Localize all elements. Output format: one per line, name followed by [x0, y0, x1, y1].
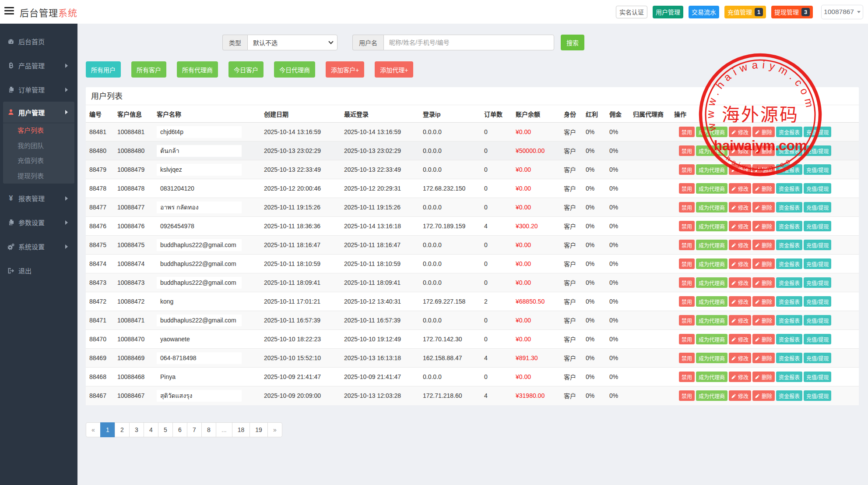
delete-button[interactable]: 删除	[752, 145, 775, 156]
edit-button[interactable]: 修改	[729, 164, 751, 175]
fund-report-button[interactable]: 资金报表	[776, 334, 802, 344]
disable-button[interactable]: 禁用	[679, 145, 695, 156]
recharge-withdraw-button[interactable]: 充值/提现	[804, 164, 831, 175]
disable-button[interactable]: 禁用	[679, 183, 695, 194]
delete-button[interactable]: 删除	[752, 164, 775, 175]
disable-button[interactable]: 禁用	[679, 372, 695, 382]
verify-button[interactable]: 实名认证	[616, 6, 647, 18]
disable-button[interactable]: 禁用	[679, 334, 695, 344]
customer-name-input[interactable]	[157, 315, 242, 326]
submenu-item-recharge-list[interactable]: 充值列表	[3, 153, 74, 169]
delete-button[interactable]: 删除	[752, 127, 775, 137]
delete-button[interactable]: 删除	[752, 277, 775, 288]
recharge-management-button[interactable]: 充值管理1	[724, 6, 766, 18]
edit-button[interactable]: 修改	[729, 127, 751, 137]
withdraw-management-button[interactable]: 提现管理3	[771, 6, 813, 18]
pagination-link[interactable]: «	[86, 422, 101, 437]
filter-today-agents-button[interactable]: 今日代理商	[274, 61, 315, 78]
add-customer-button[interactable]: 添加客户+	[326, 61, 364, 78]
disable-button[interactable]: 禁用	[679, 296, 695, 307]
fund-report-button[interactable]: 资金报表	[776, 202, 802, 212]
fund-report-button[interactable]: 资金报表	[776, 353, 802, 363]
edit-button[interactable]: 修改	[729, 296, 751, 307]
recharge-withdraw-button[interactable]: 充值/提现	[804, 315, 831, 326]
delete-button[interactable]: 删除	[752, 390, 775, 401]
fund-report-button[interactable]: 资金报表	[776, 240, 802, 250]
customer-name-input[interactable]	[157, 352, 242, 364]
user-management-button[interactable]: 用户管理	[653, 6, 683, 18]
edit-button[interactable]: 修改	[729, 221, 751, 231]
customer-name-input[interactable]	[157, 371, 242, 383]
disable-button[interactable]: 禁用	[679, 258, 695, 269]
delete-button[interactable]: 删除	[752, 202, 775, 212]
username-input[interactable]	[383, 35, 554, 50]
submenu-item-customer-list[interactable]: 客户列表	[3, 123, 74, 138]
add-agent-button[interactable]: 添加代理+	[375, 61, 413, 78]
fund-report-button[interactable]: 资金报表	[776, 127, 802, 137]
disable-button[interactable]: 禁用	[679, 315, 695, 326]
fund-report-button[interactable]: 资金报表	[776, 145, 802, 156]
recharge-withdraw-button[interactable]: 充值/提现	[804, 127, 831, 137]
fund-report-button[interactable]: 资金报表	[776, 372, 802, 382]
become-agent-button[interactable]: 成为代理商	[696, 183, 727, 194]
sidebar-item-reports[interactable]: ¥ 报表管理	[0, 186, 77, 210]
sidebar-item-system[interactable]: 系统设置	[0, 234, 77, 258]
become-agent-button[interactable]: 成为代理商	[696, 240, 727, 250]
become-agent-button[interactable]: 成为代理商	[696, 334, 727, 344]
recharge-withdraw-button[interactable]: 充值/提现	[804, 221, 831, 231]
edit-button[interactable]: 修改	[729, 277, 751, 288]
pagination-link[interactable]: 5	[158, 422, 173, 437]
fund-report-button[interactable]: 资金报表	[776, 390, 802, 401]
become-agent-button[interactable]: 成为代理商	[696, 277, 727, 288]
pagination-link[interactable]: 4	[144, 422, 158, 437]
fund-report-button[interactable]: 资金报表	[776, 164, 802, 175]
edit-button[interactable]: 修改	[729, 315, 751, 326]
recharge-withdraw-button[interactable]: 充值/提现	[804, 390, 831, 401]
disable-button[interactable]: 禁用	[679, 240, 695, 250]
disable-button[interactable]: 禁用	[679, 202, 695, 212]
pagination-link[interactable]: 3	[129, 422, 144, 437]
fund-report-button[interactable]: 资金报表	[776, 221, 802, 231]
become-agent-button[interactable]: 成为代理商	[696, 145, 727, 156]
fund-report-button[interactable]: 资金报表	[776, 258, 802, 269]
recharge-withdraw-button[interactable]: 充值/提现	[804, 372, 831, 382]
become-agent-button[interactable]: 成为代理商	[696, 296, 727, 307]
customer-name-input[interactable]	[157, 202, 242, 213]
transactions-button[interactable]: 交易流水	[689, 6, 719, 18]
become-agent-button[interactable]: 成为代理商	[696, 221, 727, 231]
edit-button[interactable]: 修改	[729, 258, 751, 269]
recharge-withdraw-button[interactable]: 充值/提现	[804, 145, 831, 156]
become-agent-button[interactable]: 成为代理商	[696, 390, 727, 401]
sidebar-item-dashboard[interactable]: 后台首页	[0, 29, 77, 53]
edit-button[interactable]: 修改	[729, 183, 751, 194]
disable-button[interactable]: 禁用	[679, 127, 695, 137]
delete-button[interactable]: 删除	[752, 372, 775, 382]
become-agent-button[interactable]: 成为代理商	[696, 202, 727, 212]
disable-button[interactable]: 禁用	[679, 277, 695, 288]
edit-button[interactable]: 修改	[729, 334, 751, 344]
customer-name-input[interactable]	[157, 145, 242, 157]
become-agent-button[interactable]: 成为代理商	[696, 258, 727, 269]
customer-name-input[interactable]	[157, 277, 242, 289]
sidebar-item-orders[interactable]: 订单管理	[0, 78, 77, 102]
search-button[interactable]: 搜索	[561, 35, 584, 50]
recharge-withdraw-button[interactable]: 充值/提现	[804, 334, 831, 344]
edit-button[interactable]: 修改	[729, 390, 751, 401]
sidebar-item-parameters[interactable]: 参数设置	[0, 210, 77, 234]
customer-name-input[interactable]	[157, 183, 242, 195]
submenu-item-withdraw-list[interactable]: 提现列表	[3, 169, 74, 184]
sidebar-item-logout[interactable]: 退出	[0, 258, 77, 283]
sidebar-item-products[interactable]: 产品管理	[0, 53, 77, 78]
customer-name-input[interactable]	[157, 390, 242, 402]
pagination-link[interactable]: 1	[100, 422, 115, 437]
pagination-link[interactable]: 18	[232, 422, 250, 437]
recharge-withdraw-button[interactable]: 充值/提现	[804, 183, 831, 194]
pagination-link[interactable]: 7	[187, 422, 202, 437]
become-agent-button[interactable]: 成为代理商	[696, 353, 727, 363]
become-agent-button[interactable]: 成为代理商	[696, 372, 727, 382]
recharge-withdraw-button[interactable]: 充值/提现	[804, 258, 831, 269]
delete-button[interactable]: 删除	[752, 315, 775, 326]
sidebar-item-users[interactable]: 用户管理	[3, 102, 74, 123]
disable-button[interactable]: 禁用	[679, 164, 695, 175]
pagination-link[interactable]: 6	[172, 422, 187, 437]
